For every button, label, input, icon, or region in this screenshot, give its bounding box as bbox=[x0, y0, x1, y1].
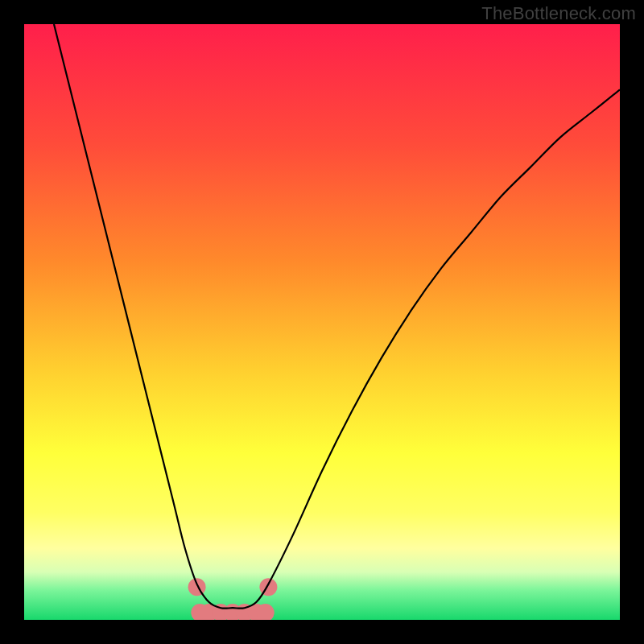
plot-area bbox=[24, 24, 620, 620]
marker-dot bbox=[188, 578, 206, 596]
bottleneck-curve bbox=[54, 24, 620, 609]
marker-group bbox=[188, 578, 278, 620]
chart-frame: TheBottleneck.com bbox=[0, 0, 644, 644]
watermark-text: TheBottleneck.com bbox=[481, 3, 636, 24]
curve-layer bbox=[24, 24, 620, 620]
